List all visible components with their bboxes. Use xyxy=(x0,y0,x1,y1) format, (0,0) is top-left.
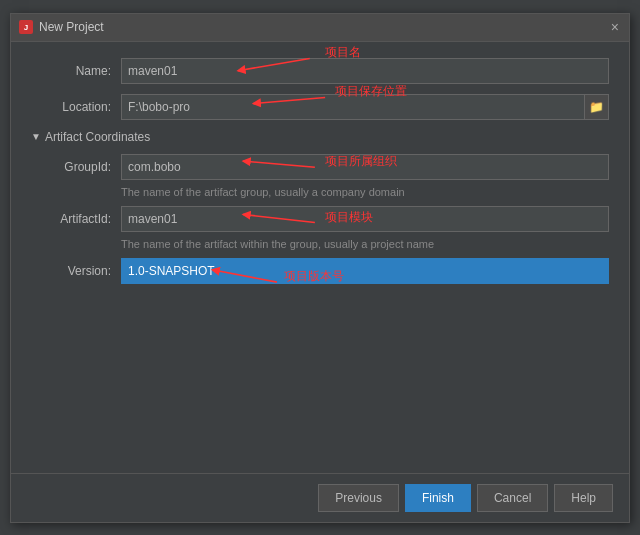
version-input[interactable] xyxy=(121,258,609,284)
artifactid-row: ArtifactId: xyxy=(31,206,609,232)
location-row: Location: 📁 xyxy=(31,94,609,120)
finish-button[interactable]: Finish xyxy=(405,484,471,512)
artifactid-hint: The name of the artifact within the grou… xyxy=(121,238,609,250)
title-bar-left: J New Project xyxy=(19,20,104,34)
groupid-label: GroupId: xyxy=(31,160,121,174)
previous-button[interactable]: Previous xyxy=(318,484,399,512)
browse-button[interactable]: 📁 xyxy=(585,94,609,120)
version-row: Version: xyxy=(31,258,609,284)
bottom-bar: Previous Finish Cancel Help xyxy=(11,473,629,522)
dialog-title: New Project xyxy=(39,20,104,34)
artifact-section-header[interactable]: ▼ Artifact Coordinates xyxy=(31,130,609,144)
close-button[interactable]: × xyxy=(609,19,621,35)
location-label: Location: xyxy=(31,100,121,114)
dialog-content: Name: Location: 📁 ▼ Artifact Coordinates… xyxy=(11,42,629,473)
new-project-dialog: J New Project × Name: Location: 📁 ▼ Arti… xyxy=(10,13,630,523)
groupid-row: GroupId: xyxy=(31,154,609,180)
location-input-group: 📁 xyxy=(121,94,609,120)
groupid-input[interactable] xyxy=(121,154,609,180)
name-input[interactable] xyxy=(121,58,609,84)
artifactid-input[interactable] xyxy=(121,206,609,232)
name-label: Name: xyxy=(31,64,121,78)
collapse-arrow-icon: ▼ xyxy=(31,131,41,142)
version-label: Version: xyxy=(31,264,121,278)
cancel-button[interactable]: Cancel xyxy=(477,484,548,512)
location-input[interactable] xyxy=(121,94,585,120)
name-row: Name: xyxy=(31,58,609,84)
artifactid-label: ArtifactId: xyxy=(31,212,121,226)
title-bar: J New Project × xyxy=(11,14,629,42)
groupid-hint: The name of the artifact group, usually … xyxy=(121,186,609,198)
app-icon: J xyxy=(19,20,33,34)
help-button[interactable]: Help xyxy=(554,484,613,512)
artifact-section-label: Artifact Coordinates xyxy=(45,130,150,144)
